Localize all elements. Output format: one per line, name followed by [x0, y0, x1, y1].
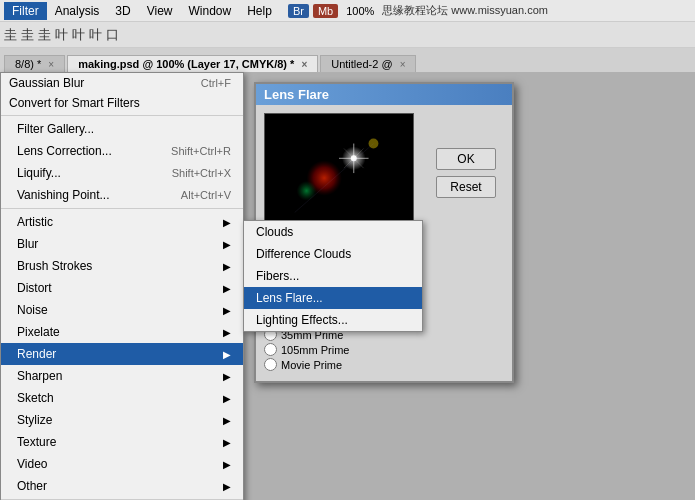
submenu-item-lens-flare[interactable]: Lens Flare... — [244, 287, 422, 309]
toolbar-icon-1[interactable]: 圭 — [4, 26, 17, 44]
toolbar-icon-2[interactable]: 圭 — [21, 26, 34, 44]
other-arrow: ▶ — [223, 481, 231, 492]
menubar: Filter Analysis 3D View Window Help Br M… — [0, 0, 695, 22]
sketch-arrow: ▶ — [223, 393, 231, 404]
ok-button[interactable]: OK — [436, 148, 496, 170]
menu-item-vanishing-point[interactable]: Vanishing Point... Alt+Ctrl+V — [1, 184, 243, 206]
texture-arrow: ▶ — [223, 437, 231, 448]
submenu-item-lighting-effects[interactable]: Lighting Effects... — [244, 309, 422, 331]
toolbar-icon-3[interactable]: 圭 — [38, 26, 51, 44]
menubar-item-view[interactable]: View — [139, 2, 181, 20]
toolbar-icon-6[interactable]: 叶 — [89, 26, 102, 44]
gaussian-blur-label: Gaussian Blur — [9, 76, 84, 90]
main: Gaussian Blur Ctrl+F Convert for Smart F… — [0, 72, 695, 500]
menu-item-blur[interactable]: Blur ▶ — [1, 233, 243, 255]
video-arrow: ▶ — [223, 459, 231, 470]
dialog-titlebar: Lens Flare — [256, 84, 512, 105]
liquify-shortcut: Shift+Ctrl+X — [172, 167, 231, 179]
zoom-label: 100% — [346, 5, 374, 17]
site-label: 思缘教程论坛 www.missyuan.com — [382, 3, 548, 18]
tabs-row: 8/8) * × making.psd @ 100% (Layer 17, CM… — [0, 48, 695, 72]
lens-correction-label: Lens Correction... — [17, 144, 112, 158]
submenu-item-clouds[interactable]: Clouds — [244, 221, 422, 243]
toolbar: 圭 圭 圭 叶 叶 叶 口 — [0, 22, 695, 48]
svg-point-8 — [297, 181, 317, 201]
render-arrow: ▶ — [223, 349, 231, 360]
noise-arrow: ▶ — [223, 305, 231, 316]
distort-arrow: ▶ — [223, 283, 231, 294]
menu-item-texture[interactable]: Texture ▶ — [1, 431, 243, 453]
toolbar-icon-5[interactable]: 叶 — [72, 26, 85, 44]
separator-1 — [1, 115, 243, 116]
tab-1-label: making.psd @ 100% (Layer 17, CMYK/8) * — [78, 58, 294, 70]
dialog-controls: OK Reset — [436, 148, 496, 198]
menu-item-pixelate[interactable]: Pixelate ▶ — [1, 321, 243, 343]
filter-gallery-label: Filter Gallery... — [17, 122, 94, 136]
tab-2-label: Untitled-2 @ — [331, 58, 392, 70]
menubar-item-3d[interactable]: 3D — [107, 2, 138, 20]
menu-item-sharpen[interactable]: Sharpen ▶ — [1, 365, 243, 387]
lens-correction-shortcut: Shift+Ctrl+R — [171, 145, 231, 157]
mb-badge: Mb — [313, 4, 338, 18]
gaussian-blur-shortcut: Ctrl+F — [201, 77, 231, 89]
tab-1-close[interactable]: × — [301, 59, 307, 70]
radio-105mm[interactable]: 105mm Prime — [264, 343, 504, 356]
menu-item-filter-gallery[interactable]: Filter Gallery... — [1, 118, 243, 140]
render-submenu: Clouds Difference Clouds Fibers... Lens … — [243, 220, 423, 332]
menubar-item-filter[interactable]: Filter — [4, 2, 47, 20]
svg-point-6 — [342, 146, 366, 170]
separator-2 — [1, 208, 243, 209]
smart-filters-label: Convert for Smart Filters — [9, 96, 140, 110]
blur-arrow: ▶ — [223, 239, 231, 250]
menu-item-other[interactable]: Other ▶ — [1, 475, 243, 497]
radio-105mm-label: 105mm Prime — [281, 344, 349, 356]
artistic-arrow: ▶ — [223, 217, 231, 228]
pixelate-arrow: ▶ — [223, 327, 231, 338]
vanishing-point-shortcut: Alt+Ctrl+V — [181, 189, 231, 201]
toolbar-icon-7[interactable]: 口 — [106, 26, 119, 44]
menu-item-gaussian-blur[interactable]: Gaussian Blur Ctrl+F — [1, 73, 243, 93]
left-panel: Gaussian Blur Ctrl+F Convert for Smart F… — [0, 72, 244, 500]
menu-item-distort[interactable]: Distort ▶ — [1, 277, 243, 299]
stylize-arrow: ▶ — [223, 415, 231, 426]
menubar-item-analysis[interactable]: Analysis — [47, 2, 108, 20]
filter-dropdown-menu: Gaussian Blur Ctrl+F Convert for Smart F… — [0, 72, 244, 500]
submenu-item-difference-clouds[interactable]: Difference Clouds — [244, 243, 422, 265]
vanishing-point-label: Vanishing Point... — [17, 188, 110, 202]
submenu-item-fibers[interactable]: Fibers... — [244, 265, 422, 287]
radio-movie-prime[interactable]: Movie Prime — [264, 358, 504, 371]
menu-item-stylize[interactable]: Stylize ▶ — [1, 409, 243, 431]
menu-item-noise[interactable]: Noise ▶ — [1, 299, 243, 321]
menu-item-artistic[interactable]: Artistic ▶ — [1, 211, 243, 233]
tab-2-close[interactable]: × — [400, 59, 406, 70]
menu-item-brush-strokes[interactable]: Brush Strokes ▶ — [1, 255, 243, 277]
reset-button[interactable]: Reset — [436, 176, 496, 198]
sharpen-arrow: ▶ — [223, 371, 231, 382]
menu-item-liquify[interactable]: Liquify... Shift+Ctrl+X — [1, 162, 243, 184]
liquify-label: Liquify... — [17, 166, 61, 180]
tab-0-label: 8/8) * — [15, 58, 41, 70]
menu-item-sketch[interactable]: Sketch ▶ — [1, 387, 243, 409]
tab-1[interactable]: making.psd @ 100% (Layer 17, CMYK/8) * × — [67, 55, 318, 72]
menu-item-lens-correction[interactable]: Lens Correction... Shift+Ctrl+R — [1, 140, 243, 162]
menu-item-video[interactable]: Video ▶ — [1, 453, 243, 475]
br-badge: Br — [288, 4, 309, 18]
svg-point-9 — [369, 139, 379, 149]
brush-strokes-arrow: ▶ — [223, 261, 231, 272]
radio-movie-prime-label: Movie Prime — [281, 359, 342, 371]
toolbar-icon-4[interactable]: 叶 — [55, 26, 68, 44]
tab-0-close[interactable]: × — [48, 59, 54, 70]
tab-0[interactable]: 8/8) * × — [4, 55, 65, 72]
menubar-item-window[interactable]: Window — [181, 2, 240, 20]
tab-2[interactable]: Untitled-2 @ × — [320, 55, 416, 72]
dialog-title: Lens Flare — [264, 87, 329, 102]
radio-movie-prime-input[interactable] — [264, 358, 277, 371]
radio-105mm-input[interactable] — [264, 343, 277, 356]
menu-item-render[interactable]: Render ▶ — [1, 343, 243, 365]
toolbar-icons: 圭 圭 圭 叶 叶 叶 口 — [4, 26, 119, 44]
menu-item-smart-filters[interactable]: Convert for Smart Filters — [1, 93, 243, 113]
menubar-item-help[interactable]: Help — [239, 2, 280, 20]
